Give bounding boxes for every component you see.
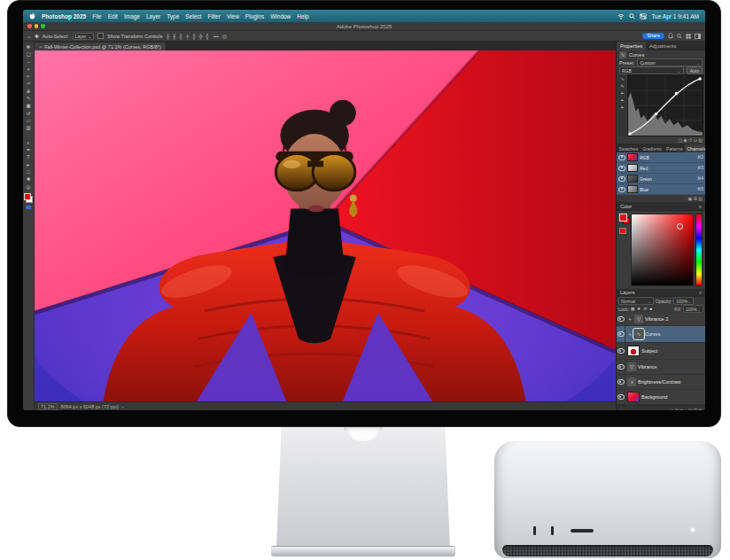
color-panel-header[interactable]: Color ≡ (617, 203, 705, 211)
hue-slider[interactable] (695, 214, 703, 286)
visibility-eye-icon[interactable] (617, 331, 625, 337)
layer-row-vibrance[interactable]: ▽ Vibrance (617, 360, 705, 375)
menu-layer[interactable]: Layer (146, 13, 160, 19)
brush-tool[interactable]: ✎ (27, 95, 31, 102)
color-picker-cursor[interactable] (677, 223, 683, 229)
document-tab[interactable]: × Fall-Winter-Collection.psd @ 71.1% (Cu… (35, 43, 167, 51)
gradient-tool[interactable]: ▥ (26, 124, 30, 131)
color-chip[interactable] (619, 228, 626, 234)
foreground-color-swatch[interactable] (24, 193, 31, 200)
lasso-tool[interactable]: ∽ (27, 58, 31, 66)
eraser-tool[interactable]: ▱ (27, 117, 30, 124)
visibility-eye-icon[interactable] (617, 394, 625, 400)
foreground-color-swatch[interactable] (619, 214, 627, 222)
channel-dropdown[interactable]: RGB⌄ (619, 66, 684, 74)
workspace-icon[interactable] (686, 34, 691, 39)
white-point-eyedropper-icon[interactable]: ✒ (620, 105, 624, 110)
history-brush-tool[interactable]: ↺ (27, 110, 31, 117)
panel-menu-icon[interactable]: ≡ (699, 290, 702, 295)
visibility-eye-icon[interactable] (617, 379, 625, 385)
spotlight-search-icon[interactable] (629, 13, 635, 19)
more-options-icon[interactable]: ••• (214, 34, 219, 39)
visibility-eye-icon[interactable] (617, 348, 625, 354)
quick-mask-icon[interactable] (26, 206, 31, 209)
visibility-eye-icon[interactable] (617, 316, 625, 322)
apple-logo-icon[interactable] (29, 12, 35, 19)
search-icon[interactable] (677, 34, 682, 39)
black-point-eyedropper-icon[interactable]: ✒ (620, 90, 624, 96)
visibility-eye-icon[interactable] (618, 187, 625, 192)
wifi-icon[interactable] (617, 13, 625, 19)
menu-file[interactable]: File (92, 13, 101, 19)
menu-select[interactable]: Select (185, 13, 201, 19)
saturation-brightness-field[interactable] (631, 214, 694, 286)
panel-toggle-icon[interactable] (695, 34, 701, 39)
menu-filter[interactable]: Filter (207, 13, 220, 19)
menu-type[interactable]: Type (167, 13, 179, 19)
layer-row-curves[interactable]: ↳ ∿ Curves (617, 326, 705, 343)
pen-tool[interactable]: ✒ (27, 146, 31, 153)
tab-channels[interactable]: Channels (685, 144, 705, 152)
menu-help[interactable]: Help (297, 13, 308, 19)
curves-footer-icons[interactable]: ◳ ◉ ↺ ⊙ ▥ (617, 136, 705, 144)
shape-tool[interactable]: □ (27, 168, 29, 175)
visibility-eye-icon[interactable] (618, 176, 625, 182)
control-center-icon[interactable] (640, 13, 647, 19)
marquee-tool[interactable]: ▢ (26, 51, 30, 58)
menu-edit[interactable]: Edit (108, 13, 118, 19)
menu-image[interactable]: Image (124, 13, 140, 19)
tab-adjustments[interactable]: Adjustments (646, 42, 680, 51)
auto-button[interactable]: Auto (687, 66, 703, 74)
alignment-icons[interactable]: ╟ ╫ ╢ ╪ ╠ ╬ ╣ (166, 34, 209, 39)
visibility-eye-icon[interactable] (617, 364, 625, 369)
object-selection-tool[interactable]: ⌖ (27, 66, 29, 73)
fill-dropdown[interactable]: 100%⌄ (683, 305, 703, 313)
layer-row-background[interactable]: Background (617, 390, 705, 405)
type-tool[interactable]: T (27, 153, 29, 160)
menu-clock[interactable]: Tue Apr 1 9:41 AM (651, 13, 699, 19)
menu-view[interactable]: View (227, 13, 239, 19)
menu-window[interactable]: Window (270, 13, 291, 19)
notifications-bell-icon[interactable] (668, 33, 673, 39)
lock-icons[interactable]: ▦ ✚ ⊡ ■ (631, 307, 653, 311)
menu-app[interactable]: Photoshop 2025 (42, 13, 86, 19)
status-chevron-icon[interactable]: › (122, 404, 124, 409)
layer-row-subject[interactable]: Subject (617, 343, 705, 360)
preset-dropdown[interactable]: Custom⌄ (637, 58, 703, 66)
color-swatches[interactable] (24, 193, 33, 203)
tab-gradients[interactable]: Gradients (641, 144, 664, 152)
curves-histogram[interactable] (627, 74, 703, 136)
crop-tool[interactable]: ✂ (27, 73, 31, 80)
document-canvas[interactable] (35, 51, 616, 401)
zoom-options-icon[interactable]: ◎ (222, 33, 227, 39)
path-selection-tool[interactable]: ▸ (27, 161, 30, 168)
channel-row-rgb[interactable]: RGB ⌘2 (617, 152, 705, 163)
panel-menu-icon[interactable]: ≡ (699, 204, 702, 209)
move-tool-preset-icon[interactable]: ✚ (35, 33, 39, 39)
visibility-eye-icon[interactable] (618, 155, 625, 160)
move-tool[interactable]: ✚ (27, 43, 31, 51)
zoom-level-field[interactable]: 71.1% (38, 403, 58, 410)
layer-row-brightness-contrast[interactable]: ◑ Brightness/Contrast (617, 375, 705, 390)
visibility-eye-icon[interactable] (618, 166, 625, 171)
opacity-dropdown[interactable]: 100%⌄ (673, 297, 694, 305)
hand-tool[interactable]: ✱ (27, 175, 31, 183)
home-icon[interactable]: ⌂ (27, 34, 31, 39)
channels-footer-icons[interactable]: ◌ ▣ ⊞ ▥ (617, 195, 705, 203)
close-tab-icon[interactable]: × (39, 44, 42, 50)
eyedropper-tool[interactable]: ✑ (27, 80, 31, 87)
channel-row-green[interactable]: Green ⌘4 (617, 174, 705, 184)
channel-row-red[interactable]: Red ⌘3 (617, 163, 705, 174)
tab-swatches[interactable]: Swatches (617, 144, 641, 152)
dodge-tool[interactable]: ◐ (27, 139, 29, 146)
auto-select-dropdown[interactable]: Layer ⌄ (73, 33, 95, 40)
layer-row-vibrance-2[interactable]: ↳ ▽ Vibrance 2 (617, 313, 705, 326)
curve-draw-icon[interactable]: ✎ (620, 83, 624, 89)
zoom-tool[interactable]: ◎ (27, 183, 31, 191)
share-button[interactable]: Share (642, 33, 664, 40)
channel-row-blue[interactable]: Blue ⌘5 (617, 184, 705, 195)
clone-stamp-tool[interactable]: ▣ (26, 102, 30, 109)
tab-properties[interactable]: Properties (617, 42, 646, 51)
gray-point-eyedropper-icon[interactable]: ✒ (620, 97, 624, 103)
blur-tool[interactable]: ◌ (27, 132, 29, 139)
